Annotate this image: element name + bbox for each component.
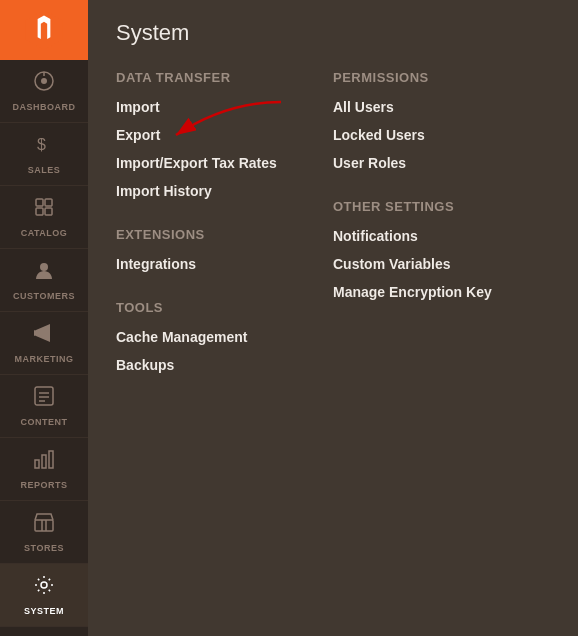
sidebar-item-label-content: CONTENT [21,417,68,427]
svg-rect-9 [34,330,36,336]
link-custom-variables[interactable]: Custom Variables [333,256,550,272]
link-import-history[interactable]: Import History [116,183,333,199]
section-data-transfer: Data Transfer Import Export Import/Ex [116,70,333,199]
section-title-permissions: Permissions [333,70,550,85]
section-title-data-transfer: Data Transfer [116,70,333,85]
content-icon [33,385,55,413]
svg-point-1 [41,78,47,84]
sidebar-item-label-customers: CUSTOMERS [13,291,75,301]
section-title-other-settings: Other Settings [333,199,550,214]
magento-logo-icon [24,10,64,50]
svg-text:$: $ [37,136,46,153]
link-locked-users[interactable]: Locked Users [333,127,550,143]
section-extensions: Extensions Integrations [116,227,333,272]
right-column: Permissions All Users Locked Users User … [333,70,550,401]
sidebar-item-system[interactable]: SYSTEM [0,564,88,627]
svg-rect-17 [35,520,53,531]
svg-rect-5 [45,199,52,206]
sidebar-item-label-stores: STORES [24,543,64,553]
link-import-export-tax-rates[interactable]: Import/Export Tax Rates [116,155,333,171]
menu-grid: Data Transfer Import Export Import/Ex [116,70,550,401]
section-tools: Tools Cache Management Backups [116,300,333,373]
customers-icon [33,259,55,287]
link-backups[interactable]: Backups [116,357,333,373]
svg-rect-6 [36,208,43,215]
link-cache-management[interactable]: Cache Management [116,329,333,345]
left-column: Data Transfer Import Export Import/Ex [116,70,333,401]
sidebar-item-label-system: SYSTEM [24,606,64,616]
svg-rect-14 [35,460,39,468]
svg-rect-4 [36,199,43,206]
stores-icon [33,511,55,539]
catalog-icon [33,196,55,224]
sidebar-logo[interactable] [0,0,88,60]
sidebar-item-catalog[interactable]: CATALOG [0,186,88,249]
svg-rect-16 [49,451,53,468]
sidebar-item-marketing[interactable]: MARKETING [0,312,88,375]
sales-icon: $ [33,133,55,161]
section-title-tools: Tools [116,300,333,315]
link-manage-encryption-key[interactable]: Manage Encryption Key [333,284,550,300]
svg-rect-15 [42,455,46,468]
link-user-roles[interactable]: User Roles [333,155,550,171]
section-permissions: Permissions All Users Locked Users User … [333,70,550,171]
sidebar-item-reports[interactable]: REPORTS [0,438,88,501]
sidebar-item-label-sales: SALES [28,165,61,175]
link-export[interactable]: Export [116,127,333,143]
link-all-users[interactable]: All Users [333,99,550,115]
link-import[interactable]: Import [116,99,333,115]
sidebar-item-content[interactable]: CONTENT [0,375,88,438]
sidebar-item-label-reports: REPORTS [20,480,67,490]
section-title-extensions: Extensions [116,227,333,242]
dashboard-icon [33,70,55,98]
link-notifications[interactable]: Notifications [333,228,550,244]
sidebar-item-dashboard[interactable]: DASHBOARD [0,60,88,123]
marketing-icon [33,322,55,350]
svg-point-8 [40,263,48,271]
svg-point-20 [41,582,47,588]
section-other-settings: Other Settings Notifications Custom Vari… [333,199,550,300]
svg-rect-10 [35,387,53,405]
export-container: Export [116,127,333,143]
sidebar-item-label-catalog: CATALOG [21,228,68,238]
sidebar-item-sales[interactable]: $ SALES [0,123,88,186]
link-integrations[interactable]: Integrations [116,256,333,272]
sidebar-item-customers[interactable]: CUSTOMERS [0,249,88,312]
sidebar: DASHBOARD $ SALES CATALOG CUSTOMERS MARK… [0,0,88,636]
reports-icon [33,448,55,476]
sidebar-item-stores[interactable]: STORES [0,501,88,564]
sidebar-item-label-dashboard: DASHBOARD [13,102,76,112]
main-content: System Data Transfer Import Export [88,0,578,636]
system-icon [33,574,55,602]
svg-rect-7 [45,208,52,215]
sidebar-item-label-marketing: MARKETING [15,354,74,364]
page-title: System [116,20,550,46]
